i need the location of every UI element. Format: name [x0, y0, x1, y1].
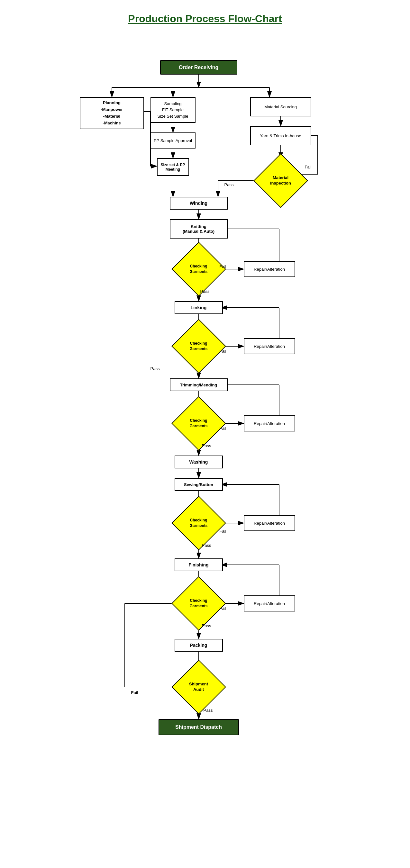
shipment-dispatch-box: Shipment Dispatch — [158, 719, 239, 735]
size-pp-meeting-box: Size set & PP Meeting — [157, 158, 189, 176]
packing-box: Packing — [175, 639, 223, 652]
material-inspection-fail-label: Fail — [305, 164, 312, 169]
order-receiving-box: Order Receiving — [160, 60, 237, 74]
checking2-fail-label: Fail — [219, 349, 226, 353]
washing-box: Washing — [175, 456, 223, 468]
sampling-box: Sampling FIT Sample Size Set Sample — [150, 97, 196, 123]
page-title: Production Process Flow-Chart — [128, 13, 282, 25]
checking1-diamond: Checking Garments — [179, 250, 218, 288]
checking3-fail-label: Fail — [219, 426, 226, 431]
pp-sample-box: PP Sample Approval — [150, 132, 196, 149]
page: Production Process Flow-Chart — [0, 0, 410, 854]
knitting-box: Knitting (Manual & Auto) — [170, 219, 228, 239]
material-inspection-pass-label: Pass — [225, 182, 234, 187]
checking5-pass-label: Pass — [202, 623, 211, 628]
repair2-box: Repair/Alteration — [244, 338, 295, 354]
sewing-box: Sewing/Button — [175, 478, 223, 491]
repair1-box: Repair/Alteration — [244, 261, 295, 277]
shipment-audit-diamond: Shipment Audit — [179, 668, 218, 706]
repair4-box: Repair/Alteration — [244, 515, 295, 531]
checking1-fail-label: Fail — [219, 264, 226, 269]
repair3-box: Repair/Alteration — [244, 415, 295, 431]
planning-box: Planning -Manpower -Material -Machine — [80, 97, 144, 129]
checking2-pass-label: Pass — [150, 366, 160, 371]
checking4-pass-label: Pass — [202, 543, 211, 548]
checking4-diamond: Checking Garments — [179, 504, 218, 542]
shipment-audit-fail-label: Fail — [131, 690, 138, 695]
repair5-box: Repair/Alteration — [244, 595, 295, 612]
shipment-audit-pass-label: Pass — [204, 708, 213, 713]
yarn-trims-box: Yarn & Trims In-house — [250, 126, 311, 145]
trimming-box: Trimming/Mending — [170, 378, 228, 391]
material-inspection-diamond: Material Inspection — [258, 158, 303, 203]
finishing-box: Finishing — [175, 558, 223, 571]
checking4-fail-label: Fail — [219, 529, 226, 534]
checking2-diamond: Checking Garments — [179, 327, 218, 366]
checking3-pass-label: Pass — [202, 443, 211, 448]
checking3-diamond: Checking Garments — [179, 404, 218, 443]
checking1-pass-label: Pass — [200, 289, 210, 294]
material-sourcing-box: Material Sourcing — [250, 97, 311, 116]
winding-box: Winding — [170, 197, 228, 210]
checking5-fail-label: Fail — [219, 606, 226, 611]
checking5-diamond: Checking Garments — [179, 584, 218, 623]
linking-box: Linking — [175, 301, 223, 314]
